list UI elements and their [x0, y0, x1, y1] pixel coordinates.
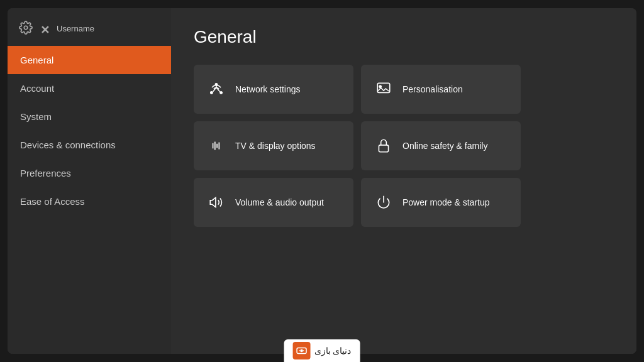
sidebar: ✕ Username General Account System Device… — [8, 8, 171, 354]
main-content: General Network settings — [171, 8, 636, 354]
svg-point-0 — [24, 26, 28, 30]
gear-icon — [19, 21, 34, 36]
svg-rect-10 — [379, 145, 388, 152]
tile-network[interactable]: Network settings — [194, 65, 353, 114]
sidebar-item-devices[interactable]: Devices & connections — [8, 131, 171, 159]
tile-tv-label: TV & display options — [235, 140, 316, 151]
close-icon[interactable]: ✕ — [40, 23, 50, 33]
lock-icon — [375, 137, 392, 155]
tv-icon — [208, 137, 225, 155]
svg-marker-11 — [210, 197, 216, 207]
svg-point-14 — [301, 350, 303, 352]
tile-power-label: Power mode & startup — [402, 197, 490, 208]
svg-point-3 — [220, 92, 222, 94]
svg-point-2 — [211, 92, 213, 94]
tile-tv-display[interactable]: TV & display options — [194, 121, 353, 170]
sidebar-item-preferences[interactable]: Preferences — [8, 159, 171, 187]
sidebar-header: ✕ Username — [8, 8, 171, 46]
power-icon — [375, 194, 392, 211]
svg-point-5 — [379, 85, 381, 87]
watermark-text: دنیای بازی — [314, 346, 352, 356]
sidebar-item-account[interactable]: Account — [8, 74, 171, 102]
settings-grid: Network settings Personalisation — [194, 65, 521, 227]
tile-personalisation-label: Personalisation — [402, 84, 463, 95]
settings-window: ✕ Username General Account System Device… — [8, 8, 636, 354]
volume-icon — [208, 194, 225, 211]
tile-online-safety[interactable]: Online safety & family — [361, 121, 521, 170]
sidebar-item-ease[interactable]: Ease of Access — [8, 187, 171, 216]
sidebar-item-system[interactable]: System — [8, 102, 171, 131]
tile-power[interactable]: Power mode & startup — [361, 178, 521, 227]
tile-online-safety-label: Online safety & family — [402, 140, 487, 151]
personalisation-icon — [375, 80, 392, 98]
network-icon — [208, 80, 225, 98]
user-name: Username — [57, 24, 94, 33]
tile-volume-label: Volume & audio output — [235, 197, 324, 208]
tile-network-label: Network settings — [235, 84, 300, 95]
tile-volume[interactable]: Volume & audio output — [194, 178, 353, 227]
page-title: General — [194, 27, 614, 47]
sidebar-nav: General Account System Devices & connect… — [8, 46, 171, 354]
watermark-icon — [293, 342, 311, 359]
watermark: دنیای بازی — [284, 339, 360, 362]
sidebar-item-general[interactable]: General — [8, 46, 171, 74]
tile-personalisation[interactable]: Personalisation — [361, 65, 521, 114]
